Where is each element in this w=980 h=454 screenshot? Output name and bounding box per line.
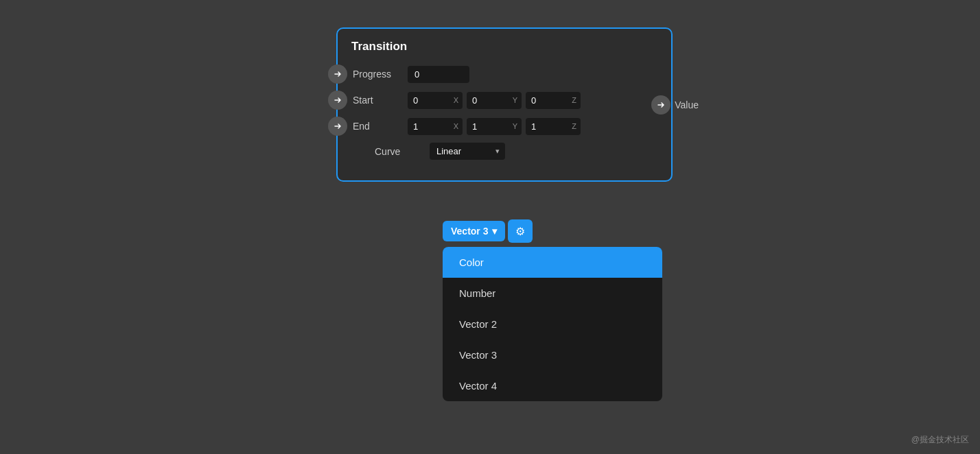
start-y-input[interactable]: [467, 92, 522, 109]
node-title: Transition: [351, 40, 657, 53]
type-dropdown-chevron-icon: ▾: [492, 226, 497, 237]
type-dropdown-menu: Color Number Vector 2 Vector 3 Vector 4: [443, 247, 662, 401]
start-label: Start: [353, 95, 402, 106]
output-label: Value: [675, 99, 699, 110]
progress-label: Progress: [353, 69, 402, 80]
dropdown-item-number[interactable]: Number: [443, 278, 662, 309]
settings-button[interactable]: ⚙: [508, 219, 533, 243]
gear-icon: ⚙: [515, 225, 525, 238]
end-z-field: Z: [526, 118, 581, 135]
start-x-input[interactable]: [408, 92, 463, 109]
start-x-field: X: [408, 92, 463, 109]
dropdown-item-vector4[interactable]: Vector 4: [443, 370, 662, 401]
watermark: @掘金技术社区: [911, 434, 969, 446]
start-fields: X Y Z: [408, 92, 581, 109]
output-connector: Value: [651, 95, 699, 115]
curve-label: Curve: [375, 146, 424, 157]
start-z-field: Z: [526, 92, 581, 109]
type-selector-row: Vector 3 ▾ ⚙: [443, 219, 533, 243]
end-z-input[interactable]: [526, 118, 581, 135]
output-btn[interactable]: [651, 95, 670, 115]
curve-select[interactable]: Linear Ease In Ease Out Ease In Out: [430, 143, 505, 160]
end-row: End X Y Z: [351, 117, 657, 136]
dropdown-item-vector2[interactable]: Vector 2: [443, 309, 662, 339]
start-connector[interactable]: [328, 91, 347, 110]
end-y-input[interactable]: [467, 118, 522, 135]
dropdown-item-vector3[interactable]: Vector 3: [443, 339, 662, 370]
progress-row: Progress: [351, 64, 657, 84]
start-z-input[interactable]: [526, 92, 581, 109]
start-y-field: Y: [467, 92, 522, 109]
progress-connector[interactable]: [328, 64, 347, 84]
curve-select-wrapper: Linear Ease In Ease Out Ease In Out ▾: [430, 143, 505, 160]
end-label: End: [353, 121, 402, 132]
curve-row: Curve Linear Ease In Ease Out Ease In Ou…: [351, 143, 657, 160]
start-row: Start X Y Z: [351, 91, 657, 110]
end-y-field: Y: [467, 118, 522, 135]
end-x-input[interactable]: [408, 118, 463, 135]
type-dropdown-label: Vector 3: [451, 226, 488, 237]
transition-node: Transition Progress Start X Y: [336, 27, 673, 182]
end-x-field: X: [408, 118, 463, 135]
progress-input[interactable]: [408, 66, 469, 83]
end-connector[interactable]: [328, 117, 347, 136]
type-dropdown-button[interactable]: Vector 3 ▾: [443, 221, 505, 241]
dropdown-item-color[interactable]: Color: [443, 247, 662, 278]
end-fields: X Y Z: [408, 118, 581, 135]
